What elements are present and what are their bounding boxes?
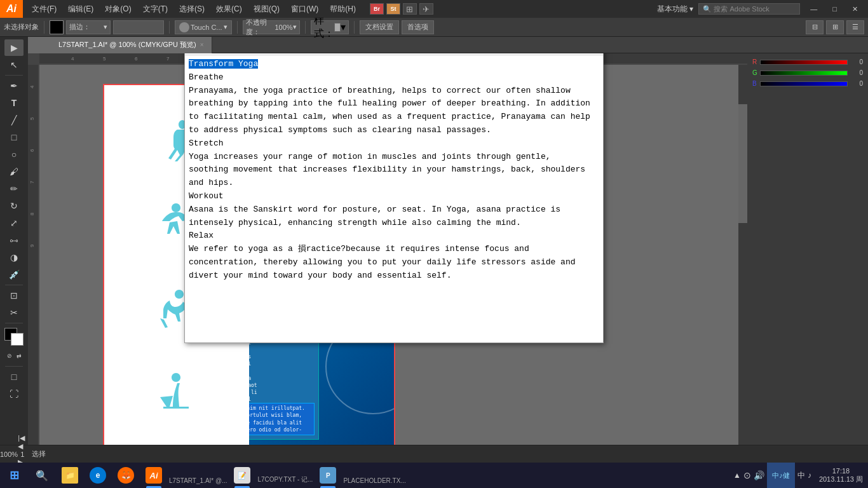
line-tool[interactable]: ╱ <box>4 112 24 128</box>
taskbar-placeholder[interactable]: P <box>314 463 342 488</box>
window-minimize[interactable]: — <box>805 4 822 14</box>
touch-button[interactable]: Touch C... ▾ <box>175 20 232 34</box>
plugin-icon-1[interactable]: Br <box>370 3 384 15</box>
none-color[interactable]: ⊘ <box>5 348 14 364</box>
ellipse-tool[interactable]: ○ <box>4 146 24 163</box>
vertical-scrollbar[interactable] <box>738 65 747 460</box>
window-close[interactable]: ✕ <box>847 4 863 15</box>
touch-label: Touch C... <box>191 24 222 31</box>
notepad-content-area[interactable]: Transform Yoga Breathe Pranayama, the yo… <box>185 55 603 342</box>
doc-settings-button[interactable]: 文档设置 <box>360 20 399 34</box>
color-r-value: 0 <box>850 58 863 65</box>
svg-text:5: 5 <box>103 56 106 62</box>
ai-logo: Ai <box>0 0 23 18</box>
menu-help[interactable]: 帮助(H) <box>325 3 361 16</box>
overlay-line-17: volore dio enim velenim nit irillutpat. … <box>249 405 313 419</box>
nav-first[interactable]: |◀ <box>18 434 27 442</box>
tray-volume[interactable]: 🔊 <box>754 470 764 480</box>
overlay-line-13: praestinis nullaorem a <box>249 375 315 382</box>
v-scroll-thumb[interactable] <box>738 104 747 223</box>
tray-music[interactable]: ♪ <box>808 471 811 480</box>
eyedropper-tool[interactable]: 💉 <box>4 266 24 283</box>
slice-tool[interactable]: ✂ <box>4 304 24 321</box>
search-stock[interactable]: 🔍 搜索 Adobe Stock <box>698 3 800 15</box>
svg-text:4: 4 <box>71 56 74 62</box>
brush-dropdown[interactable]: 描边： ▾ <box>66 20 111 34</box>
notepad-window: 📝 L7COPY.TXT - 记事本 — □ ✕ 文件(F) 编辑(E) 格式(… <box>184 19 604 343</box>
system-clock[interactable]: 17:18 2013.11.13 周 <box>814 467 868 484</box>
nav-prev[interactable]: ◀ <box>18 442 27 451</box>
page-number: 1 <box>18 451 27 458</box>
tray-expand[interactable]: ▲ <box>733 471 741 480</box>
tray-network[interactable]: ⊙ <box>743 470 751 480</box>
svg-text:4: 4 <box>29 85 35 88</box>
zoom-value[interactable]: 100% <box>0 451 18 458</box>
pencil-tool[interactable]: ✏ <box>4 180 24 197</box>
menu-effect[interactable]: 效果(C) <box>211 3 247 16</box>
overlay-line-14: Wisisl dolum erllit laot <box>249 382 315 389</box>
menu-file[interactable]: 文件(F) <box>27 3 62 16</box>
ime-indicator[interactable]: 中♪健 <box>767 463 795 488</box>
color-g-slider[interactable] <box>760 71 848 76</box>
color-b-slider[interactable] <box>760 81 848 86</box>
panel-body: R 0 G 0 B 0 <box>747 53 868 469</box>
svg-text:5: 5 <box>29 117 35 120</box>
direct-select-tool[interactable]: ↖ <box>4 57 24 73</box>
artboard-tool[interactable]: ⊡ <box>4 287 24 304</box>
color-g-row: G 0 <box>752 69 863 76</box>
stroke-color-swatch[interactable] <box>50 20 64 34</box>
taskbar-illustrator[interactable]: Ai <box>140 463 168 488</box>
notepad-body-text: Breathe Pranayama, the yoga practice of … <box>189 72 590 280</box>
plugin-icon-2[interactable]: St <box>386 3 400 15</box>
tab-close-icon[interactable]: × <box>200 41 204 48</box>
menu-select[interactable]: 选择(S) <box>174 3 210 16</box>
brush-tool[interactable]: 🖌 <box>4 163 24 180</box>
taskbar-notepad[interactable]: 📝 <box>228 463 256 488</box>
tray-lang[interactable]: 中 <box>797 470 805 481</box>
taskbar-right: ▲ ⊙ 🔊 中♪健 中 ♪ 17:18 2013.11.13 周 <box>733 463 868 488</box>
plugin-icon-3[interactable]: ⊞ <box>403 3 417 15</box>
taskbar-file-explorer[interactable]: 📁 <box>56 463 84 488</box>
menu-edit[interactable]: 编辑(E) <box>63 3 98 16</box>
align-right-icon[interactable]: ⊞ <box>826 20 844 34</box>
taskbar-search[interactable]: 🔍 <box>28 463 56 488</box>
taskbar-edge[interactable]: e <box>84 463 112 488</box>
menu-items: 文件(F) 编辑(E) 对象(O) 文字(T) 选择(S) 效果(C) 视图(Q… <box>23 3 365 16</box>
workspace-label[interactable]: 基本功能 ▾ <box>657 4 693 15</box>
prefs-button[interactable]: 首选项 <box>402 20 434 34</box>
ai-status-bar: 100% |◀ ◀ 1 ▶ ▶| 选择 <box>0 445 868 463</box>
opacity-control[interactable]: 不透明度： 100% ▾ <box>243 20 300 34</box>
scale-tool[interactable]: ⤢ <box>4 215 24 231</box>
style-box[interactable]: 样式： ▾ <box>311 20 349 34</box>
taskbar-browser2[interactable]: 🦊 <box>112 463 140 488</box>
gradient-tool[interactable]: ◑ <box>4 249 24 266</box>
swap-colors[interactable]: ⇄ <box>15 348 24 364</box>
color-g-value: 0 <box>850 69 863 76</box>
align-left-icon[interactable]: ⊟ <box>806 20 824 34</box>
color-r-slider[interactable] <box>760 60 848 65</box>
tool-sep-4 <box>5 366 23 367</box>
window-restore[interactable]: □ <box>827 4 842 14</box>
svg-text:8: 8 <box>29 212 35 215</box>
menu-object[interactable]: 对象(O) <box>100 3 136 16</box>
menu-window[interactable]: 窗口(W) <box>286 3 323 16</box>
rect-tool[interactable]: □ <box>4 129 24 146</box>
rotate-tool[interactable]: ↻ <box>4 198 24 214</box>
full-screen-btn[interactable]: ⛶ <box>4 386 24 402</box>
menu-view[interactable]: 视图(Q) <box>248 3 285 16</box>
taskbar-start-button[interactable]: ⊞ <box>0 463 28 488</box>
change-mode-btn[interactable]: □ <box>4 369 24 385</box>
ruler-left: 4 5 6 7 8 9 <box>28 53 39 469</box>
overlay-line-15: dolendit ip er adipit li <box>249 389 315 396</box>
tool-sep-3 <box>5 323 23 323</box>
right-controls: 基本功能 ▾ 🔍 搜索 Adobe Stock — □ ✕ <box>657 3 868 15</box>
document-tab[interactable]: L7START_1.AI* @ 100% (CMYK/GPU 预览) × <box>51 37 212 53</box>
type-tool[interactable]: T <box>4 95 24 111</box>
pen-tool[interactable]: ✒ <box>4 78 24 94</box>
select-tool[interactable]: ▶ <box>4 39 24 56</box>
blend-tool[interactable]: ⧟ <box>4 232 24 248</box>
plugin-icon-4[interactable]: ✈ <box>419 3 433 15</box>
background-color[interactable] <box>11 333 24 346</box>
menu-icon[interactable]: ☰ <box>846 20 864 34</box>
menu-text[interactable]: 文字(T) <box>138 3 173 16</box>
